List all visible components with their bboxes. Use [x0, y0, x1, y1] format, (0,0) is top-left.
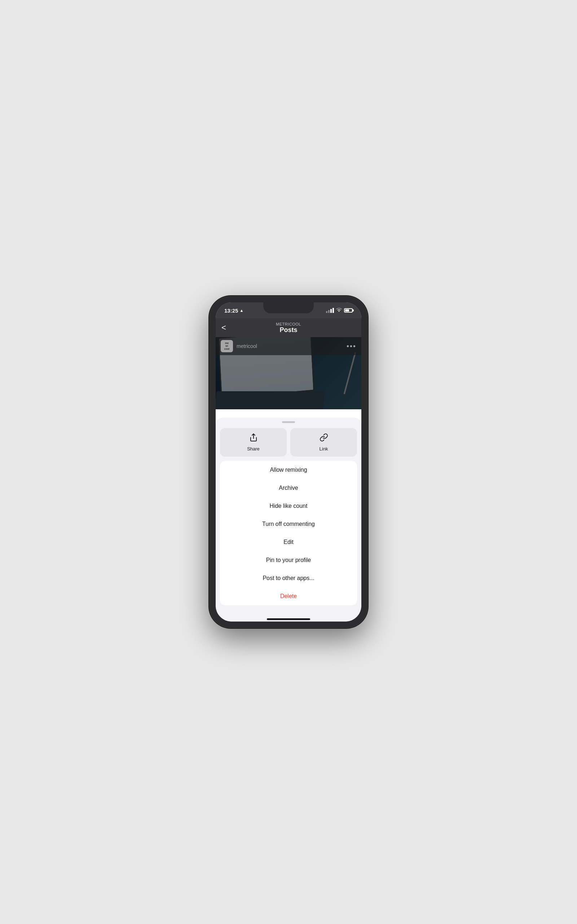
app-header: < METRICOOL Posts [216, 318, 361, 337]
post-more-button[interactable]: ••• [347, 342, 356, 351]
allow-remixing-item[interactable]: Allow remixing [220, 461, 357, 479]
time-display: 13:25 [224, 307, 238, 313]
status-icons [326, 307, 353, 313]
wifi-icon [336, 307, 342, 313]
signal-icon [326, 308, 334, 313]
phone-screen: 13:25 ▲ [216, 302, 361, 622]
link-button[interactable]: Link [290, 428, 357, 457]
post-username: metricool [237, 343, 257, 349]
delete-item[interactable]: Delete [220, 587, 357, 605]
post-user-info: metricool metricool [221, 340, 257, 352]
phone-wrapper: 13:25 ▲ [202, 289, 375, 635]
phone-body: 13:25 ▲ [209, 296, 368, 628]
home-indicator [267, 618, 310, 620]
sheet-handle [282, 421, 295, 423]
status-time: 13:25 ▲ [224, 307, 243, 313]
laptop-keyboard [216, 391, 324, 409]
share-button[interactable]: Share [220, 428, 287, 457]
action-row: Share Link [220, 428, 357, 457]
archive-item[interactable]: Archive [220, 479, 357, 497]
pin-to-profile-item[interactable]: Pin to your profile [220, 551, 357, 569]
page-title: Posts [279, 326, 297, 334]
app-name-label: METRICOOL [276, 322, 301, 326]
sheet-content: Share Link [216, 428, 361, 616]
back-button[interactable]: < [221, 323, 226, 333]
menu-list: Allow remixing Archive Hide like count T… [220, 461, 357, 605]
bottom-sheet: Share Link [216, 418, 361, 622]
edit-item[interactable]: Edit [220, 533, 357, 551]
battery-icon [344, 308, 353, 313]
turn-off-commenting-item[interactable]: Turn off commenting [220, 515, 357, 533]
link-icon [319, 433, 328, 444]
notch [263, 302, 314, 313]
post-area: metricool metricool ••• [216, 337, 361, 409]
share-label: Share [247, 446, 259, 452]
location-icon: ▲ [239, 308, 243, 313]
pen-decoration [344, 352, 356, 394]
avatar: metricool [221, 340, 233, 352]
post-header: metricool metricool ••• [216, 337, 361, 355]
hide-like-count-item[interactable]: Hide like count [220, 497, 357, 515]
post-to-other-apps-item[interactable]: Post to other apps... [220, 569, 357, 587]
share-icon [249, 433, 258, 444]
link-label: Link [319, 446, 328, 452]
